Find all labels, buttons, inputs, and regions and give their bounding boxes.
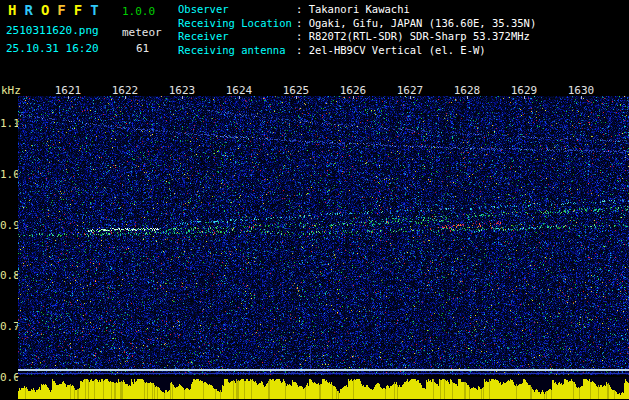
observation-datetime: 25.10.31 16:20	[6, 42, 99, 55]
app-title-letter: T	[90, 2, 98, 18]
info-row-label: Receiving Location	[178, 17, 296, 31]
info-row-label: Observer	[178, 3, 296, 17]
info-row: Observer: Takanori Kawachi	[178, 3, 536, 17]
info-row: Receiving antenna: 2el-HB9CV Vertical (e…	[178, 44, 536, 58]
info-row-label: Receiver	[178, 30, 296, 44]
freq-axis-label: 0.6	[0, 371, 15, 384]
freq-axis-label: 0.8	[0, 269, 15, 282]
app-title-letter: F	[74, 2, 82, 18]
freq-axis-label: 1.1	[0, 117, 15, 130]
echo-count: 61	[136, 42, 149, 55]
app-title-letter: R	[24, 2, 32, 18]
freq-axis-label: 1.0	[0, 168, 15, 181]
freq-axis-label: 0.9	[0, 219, 15, 232]
app-title: HROFFT	[8, 2, 107, 18]
spectrogram-canvas	[18, 96, 629, 375]
output-filename: 2510311620.png	[6, 24, 99, 37]
info-row-value: : Takanori Kawachi	[296, 3, 410, 15]
info-row: Receiver: R820T2(RTL-SDR) SDR-Sharp 53.3…	[178, 30, 536, 44]
app-title-letter: H	[8, 2, 16, 18]
info-row-label: Receiving antenna	[178, 44, 296, 58]
info-row: Receiving Location: Ogaki, Gifu, JAPAN (…	[178, 17, 536, 31]
app-title-letter: O	[41, 2, 49, 18]
app-title-letter: F	[57, 2, 65, 18]
app-version: 1.0.0	[122, 5, 155, 18]
signal-level-bars-canvas	[18, 377, 629, 399]
info-row-value: : Ogaki, Gifu, JAPAN (136.60E, 35.35N)	[296, 17, 536, 29]
info-row-value: : 2el-HB9CV Vertical (el. E-W)	[296, 44, 486, 56]
info-row-value: : R820T2(RTL-SDR) SDR-Sharp 53.372MHz	[296, 30, 530, 42]
hrofft-output: HROFFT 1.0.0 2510311620.png meteor 25.10…	[0, 0, 629, 400]
observation-mode: meteor	[122, 26, 162, 39]
info-block: Observer: Takanori KawachiReceiving Loca…	[178, 3, 536, 57]
freq-axis-label: 0.7	[0, 320, 15, 333]
